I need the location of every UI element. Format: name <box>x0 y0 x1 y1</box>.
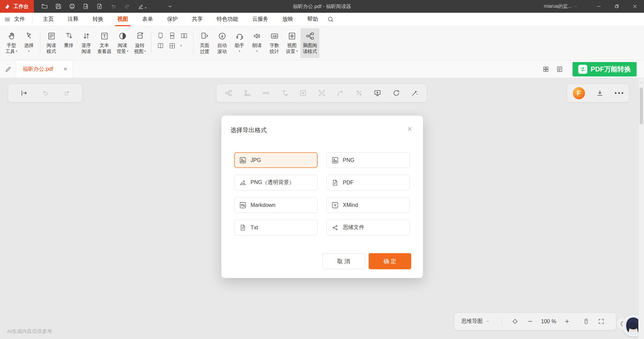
insert-icon[interactable] <box>299 89 307 97</box>
refresh-layout-icon[interactable] <box>392 89 400 97</box>
ribbon-read-background[interactable]: 阅读 背景▾ <box>114 28 131 58</box>
minimize-button[interactable] <box>590 0 608 13</box>
scrollbar-thumb[interactable] <box>640 88 643 124</box>
ribbon-reflow[interactable]: 重排 <box>60 28 77 58</box>
thumbnail-grid-icon[interactable] <box>542 66 549 73</box>
dialog-close-button[interactable] <box>406 125 414 133</box>
export-format-dialog: 选择导出格式 JPG PNG PNG（透明背景） PDF M <box>221 116 423 278</box>
tab-features[interactable]: 特色功能 <box>210 13 245 26</box>
tab-home[interactable]: 主页 <box>36 13 61 26</box>
format-option-txt[interactable]: Txt <box>234 220 318 235</box>
add-child-node-icon[interactable] <box>262 89 270 97</box>
format-option-png[interactable]: PNG <box>326 152 410 168</box>
insert-summary-icon[interactable] <box>355 89 363 97</box>
ribbon-select[interactable]: 选择 ▾ <box>20 28 38 58</box>
presentation-icon[interactable] <box>374 89 381 97</box>
tab-cloud[interactable]: 云服务 <box>245 13 275 26</box>
facing-pages-icon[interactable] <box>180 32 187 39</box>
tab-help[interactable]: 帮助 <box>300 13 325 26</box>
workspace-button[interactable]: 工作台 <box>0 0 34 13</box>
format-option-png-transparent[interactable]: PNG（透明背景） <box>234 175 318 190</box>
scroll-up-icon[interactable] <box>639 80 644 85</box>
format-option-pdf[interactable]: PDF <box>326 175 410 190</box>
locate-center-icon[interactable] <box>512 318 519 325</box>
account-menu[interactable]: miarua的监... <box>544 3 578 9</box>
book-view-icon[interactable] <box>157 42 164 49</box>
foxit-member-badge[interactable]: F <box>573 87 585 99</box>
document-tab[interactable]: 福昕办公.pdf ✕ <box>16 60 73 78</box>
tab-share[interactable]: 共享 <box>185 13 210 26</box>
tab-convert[interactable]: 转换 <box>86 13 110 26</box>
mindmap-icon <box>306 32 315 41</box>
tab-view[interactable]: 视图 <box>110 13 135 26</box>
zoom-out-icon[interactable] <box>527 318 534 325</box>
download-icon[interactable] <box>596 89 604 97</box>
tab-comment[interactable]: 注释 <box>61 13 86 26</box>
ribbon-text-viewer[interactable]: 文本 查看器 <box>95 28 114 58</box>
ribbon-rotate-view[interactable]: 旋转 视图▾ <box>131 28 149 58</box>
collapse-sidebar-icon[interactable] <box>20 89 28 97</box>
vertical-scrollbar[interactable] <box>638 78 644 339</box>
ribbon-label: 视图 <box>287 42 297 48</box>
pdf-convert-button[interactable]: PDF万能转换 <box>573 62 637 76</box>
ribbon-hand-tool[interactable]: 手型 工具▾ <box>3 28 20 58</box>
fullscreen-icon[interactable] <box>598 318 605 325</box>
tab-close-icon[interactable]: ✕ <box>63 66 68 72</box>
ribbon-word-count[interactable]: AB 字数 统计 <box>266 28 283 58</box>
cancel-button[interactable]: 取 消 <box>322 253 365 269</box>
close-button[interactable] <box>626 0 644 13</box>
export-icon[interactable] <box>83 3 89 10</box>
search-icon[interactable] <box>327 16 334 23</box>
tab-present[interactable]: 放映 <box>275 13 300 26</box>
ribbon-label: 阅读 <box>82 48 91 54</box>
tab-protect[interactable]: 保护 <box>160 13 185 26</box>
new-file-icon[interactable] <box>96 3 103 10</box>
toolbar-expand-icon[interactable] <box>167 3 173 10</box>
zoom-in-icon[interactable] <box>564 318 571 325</box>
print-icon[interactable] <box>69 3 75 10</box>
redo-icon[interactable] <box>63 89 71 97</box>
pen-tool-button[interactable]: ▾ <box>138 3 146 10</box>
format-option-markdown[interactable]: Markdown <box>234 197 318 213</box>
add-sibling-node-icon[interactable] <box>244 89 251 97</box>
ribbon-label: 滚动 <box>217 48 227 54</box>
redo-icon[interactable] <box>124 3 130 10</box>
split-view-icon[interactable] <box>169 42 176 49</box>
ribbon-reverse-read[interactable]: 逆序 阅读 <box>77 28 95 58</box>
menu-file[interactable]: 文件 <box>14 16 25 23</box>
undo-icon[interactable] <box>42 89 49 97</box>
save-icon[interactable] <box>55 3 62 10</box>
chevron-down-icon[interactable]: ▾ <box>180 44 182 47</box>
ai-beautify-wand-icon[interactable] <box>411 89 419 97</box>
hamburger-menu-icon[interactable] <box>4 16 11 23</box>
hand-icon <box>7 32 16 41</box>
add-node-icon[interactable] <box>225 89 232 97</box>
edit-text-icon[interactable] <box>281 89 288 97</box>
ribbon-read-mode[interactable]: 阅读 模式 <box>43 28 60 58</box>
ribbon-mindmap-mode[interactable]: 脑图阅 读模式 <box>301 28 319 58</box>
more-options-icon[interactable] <box>615 92 623 94</box>
ribbon-read-aloud[interactable]: 朗读 ▾ <box>248 28 266 58</box>
single-page-icon[interactable] <box>157 32 164 39</box>
ribbon-page-transition[interactable]: 页面 过渡 <box>196 28 213 58</box>
annotate-pencil-icon[interactable] <box>5 66 12 73</box>
ribbon-assistant[interactable]: 助手 ▾ <box>231 28 248 58</box>
zoom-unit: % <box>551 319 556 324</box>
relation-line-icon[interactable] <box>336 89 344 97</box>
document-list-icon[interactable] <box>556 66 563 73</box>
format-option-xmind[interactable]: XMind <box>326 197 410 213</box>
format-option-jpg[interactable]: JPG <box>234 152 318 168</box>
tab-form[interactable]: 表单 <box>135 13 160 26</box>
ribbon-auto-scroll[interactable]: 自动 滚动 <box>213 28 231 58</box>
ribbon-view-settings[interactable]: 视图 设置▾ <box>283 28 301 58</box>
mouse-mode-icon[interactable] <box>583 318 590 325</box>
view-mode-select[interactable]: 思维导图 <box>461 318 490 325</box>
open-folder-icon[interactable] <box>41 3 48 10</box>
confirm-button[interactable]: 确 定 <box>369 253 411 269</box>
screenshot-icon[interactable] <box>318 89 326 97</box>
restore-button[interactable] <box>608 0 626 13</box>
format-option-mind-file[interactable]: 思绪文件 <box>326 220 410 235</box>
format-option-label: Markdown <box>251 202 275 208</box>
undo-icon[interactable] <box>110 3 117 10</box>
continuous-page-icon[interactable] <box>169 32 176 39</box>
